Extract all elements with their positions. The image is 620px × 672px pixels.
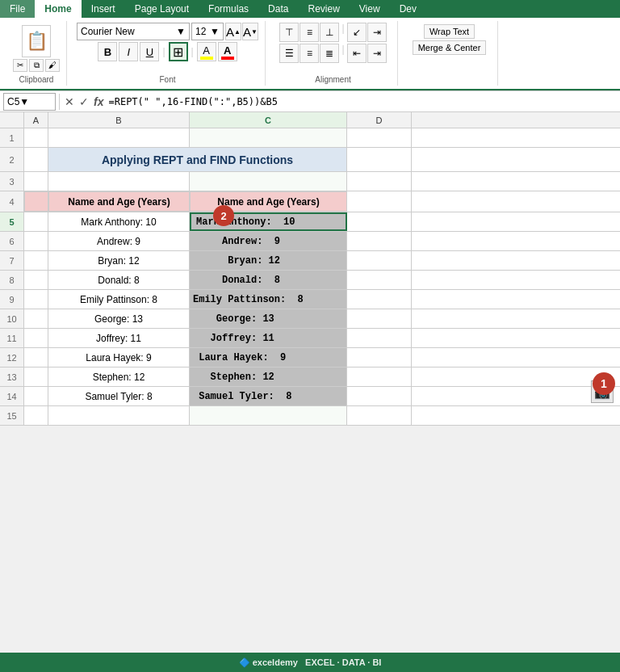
decrease-indent-button[interactable]: ⇤ bbox=[347, 44, 367, 63]
cell-c9[interactable]: Emily Pattinson: 8 bbox=[190, 290, 347, 309]
tab-review[interactable]: Review bbox=[298, 0, 349, 18]
font-color-button[interactable]: A bbox=[218, 42, 237, 61]
font-grow-button[interactable]: A▲ bbox=[225, 23, 241, 40]
italic-button[interactable]: I bbox=[119, 42, 138, 61]
cell-c10[interactable]: George: 13 bbox=[190, 309, 347, 328]
cell-b5[interactable]: Mark Anthony: 10 bbox=[48, 212, 190, 231]
cell-d2[interactable] bbox=[347, 148, 412, 171]
cell-a5[interactable] bbox=[24, 212, 48, 231]
cell-d13[interactable] bbox=[347, 368, 412, 386]
cell-b9[interactable]: Emily Pattinson: 8 bbox=[48, 290, 190, 309]
cell-a14[interactable] bbox=[24, 387, 48, 405]
cell-d6[interactable] bbox=[347, 232, 412, 250]
cell-b11[interactable]: Joffrey: 11 bbox=[48, 329, 190, 347]
cell-a9[interactable] bbox=[24, 290, 48, 309]
tab-dev[interactable]: Dev bbox=[390, 0, 426, 18]
cell-d12[interactable] bbox=[347, 348, 412, 367]
align-center-button[interactable]: ≡ bbox=[300, 44, 319, 63]
cell-d5[interactable] bbox=[347, 212, 412, 231]
cell-c14[interactable]: Samuel Tyler: 8 bbox=[190, 387, 347, 405]
cell-d11[interactable] bbox=[347, 329, 412, 347]
cell-a15[interactable] bbox=[24, 406, 48, 425]
cell-a8[interactable] bbox=[24, 271, 48, 289]
cell-c12[interactable]: Laura Hayek: 9 bbox=[190, 348, 347, 367]
format-painter-icon[interactable]: 🖌 bbox=[45, 59, 60, 72]
tab-insert[interactable]: Insert bbox=[82, 0, 125, 18]
indent-button[interactable]: ⇥ bbox=[367, 23, 387, 42]
insert-function-icon[interactable]: fx bbox=[92, 95, 105, 108]
cell-b3[interactable] bbox=[48, 172, 190, 191]
cell-c7[interactable]: Bryan: 12 bbox=[190, 251, 347, 270]
cell-b7[interactable]: Bryan: 12 bbox=[48, 251, 190, 270]
cell-d8[interactable] bbox=[347, 271, 412, 289]
cell-a7[interactable] bbox=[24, 251, 48, 270]
cell-a12[interactable] bbox=[24, 348, 48, 367]
wrap-text-button[interactable]: Wrap Text bbox=[424, 24, 475, 39]
col-header-d[interactable]: D bbox=[347, 112, 412, 128]
cancel-icon[interactable]: ✕ bbox=[63, 95, 76, 108]
cell-c3[interactable] bbox=[190, 172, 347, 191]
underline-button[interactable]: U bbox=[140, 42, 159, 61]
cell-d10[interactable] bbox=[347, 309, 412, 328]
merge-center-button[interactable]: Merge & Center bbox=[413, 40, 487, 55]
paste-button[interactable]: 📋 bbox=[22, 25, 51, 57]
tab-formulas[interactable]: Formulas bbox=[199, 0, 258, 18]
align-left-button[interactable]: ☰ bbox=[279, 44, 299, 63]
tab-file[interactable]: File bbox=[0, 0, 35, 18]
tab-home[interactable]: Home bbox=[35, 0, 81, 18]
cell-d14[interactable] bbox=[347, 387, 412, 405]
increase-indent-button[interactable]: ⇥ bbox=[367, 44, 387, 63]
cell-c11[interactable]: Joffrey: 11 bbox=[190, 329, 347, 347]
cell-a2[interactable] bbox=[24, 148, 48, 171]
cell-b6[interactable]: Andrew: 9 bbox=[48, 232, 190, 250]
cell-a1[interactable] bbox=[24, 128, 48, 147]
cell-c1[interactable] bbox=[190, 128, 347, 147]
cell-b1[interactable] bbox=[48, 128, 190, 147]
cell-a6[interactable] bbox=[24, 232, 48, 250]
cell-b8[interactable]: Donald: 8 bbox=[48, 271, 190, 289]
cell-d1[interactable] bbox=[347, 128, 412, 147]
cell-c13[interactable]: Stephen: 12 bbox=[190, 368, 347, 386]
cell-a10[interactable] bbox=[24, 309, 48, 328]
cell-b13[interactable]: Stephen: 12 bbox=[48, 368, 190, 386]
cell-d9[interactable] bbox=[347, 290, 412, 309]
cell-d4[interactable] bbox=[347, 191, 412, 212]
cell-b14[interactable]: Samuel Tyler: 8 bbox=[48, 387, 190, 405]
formula-input[interactable] bbox=[108, 93, 617, 111]
tab-page-layout[interactable]: Page Layout bbox=[125, 0, 199, 18]
cell-d3[interactable] bbox=[347, 172, 412, 191]
cell-a3[interactable] bbox=[24, 172, 48, 191]
cell-a13[interactable] bbox=[24, 368, 48, 386]
tab-view[interactable]: View bbox=[350, 0, 390, 18]
fill-color-button[interactable]: A bbox=[197, 42, 216, 61]
cell-c15[interactable] bbox=[190, 406, 347, 425]
cell-a4[interactable] bbox=[24, 191, 48, 212]
wrap-orient-button[interactable]: ↙ bbox=[347, 23, 367, 42]
align-right-button[interactable]: ≣ bbox=[320, 44, 339, 63]
scissors-icon[interactable]: ✂ bbox=[13, 59, 27, 72]
cell-a11[interactable] bbox=[24, 329, 48, 347]
cell-b4-header[interactable]: Name and Age (Years) bbox=[48, 191, 190, 212]
cell-d7[interactable] bbox=[347, 251, 412, 270]
cell-b15[interactable] bbox=[48, 406, 190, 425]
cell-b12[interactable]: Laura Hayek: 9 bbox=[48, 348, 190, 367]
font-name-dropdown[interactable]: Courier New ▼ bbox=[77, 23, 190, 40]
font-size-dropdown[interactable]: 12 ▼ bbox=[191, 23, 224, 40]
borders-button[interactable]: ⊞ bbox=[169, 42, 188, 61]
cell-d15[interactable] bbox=[347, 406, 412, 425]
align-top-button[interactable]: ⊤ bbox=[279, 23, 299, 42]
cell-reference-box[interactable]: C5 ▼ bbox=[3, 93, 56, 111]
cell-b2-title[interactable]: Applying REPT and FIND Functions bbox=[48, 148, 347, 171]
tab-data[interactable]: Data bbox=[258, 0, 298, 18]
bold-button[interactable]: B bbox=[98, 42, 117, 61]
cell-c4-header[interactable]: Name and Age (Years) bbox=[190, 191, 347, 212]
align-bottom-button[interactable]: ⊥ bbox=[320, 23, 339, 42]
cell-c6[interactable]: Andrew: 9 bbox=[190, 232, 347, 250]
confirm-icon[interactable]: ✓ bbox=[78, 95, 90, 108]
copy-icon[interactable]: ⧉ bbox=[29, 59, 44, 72]
col-header-a[interactable]: A bbox=[24, 112, 48, 128]
cell-b10[interactable]: George: 13 bbox=[48, 309, 190, 328]
cell-c8[interactable]: Donald: 8 bbox=[190, 271, 347, 289]
font-shrink-button[interactable]: A▼ bbox=[242, 23, 258, 40]
col-header-c[interactable]: C bbox=[190, 112, 347, 128]
